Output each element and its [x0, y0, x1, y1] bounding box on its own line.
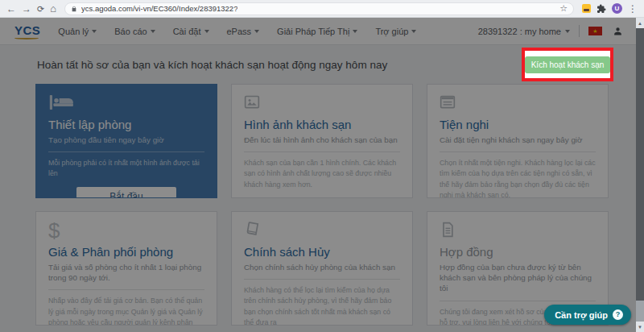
home-icon[interactable] [50, 3, 56, 14]
activate-hotel-button[interactable]: Kích hoạt khách sạn [525, 56, 611, 73]
scrollbar [636, 18, 644, 332]
forward-icon[interactable] [22, 4, 31, 14]
site-viewport: YCS Quản lý Báo cáo Cài đặt ePass Giải P… [0, 18, 644, 332]
extensions-puzzle-icon[interactable] [597, 4, 606, 14]
scroll-down-arrow-icon[interactable] [636, 322, 644, 332]
back-icon[interactable] [6, 4, 16, 14]
browser-menu-icon[interactable] [628, 4, 638, 14]
need-help-button[interactable]: Cần trợ giúp [544, 305, 631, 325]
bookmark-star-icon[interactable] [559, 4, 568, 13]
url-text: ycs.agoda.com/vi-vn/EC360/Index/28391322… [81, 4, 237, 13]
extension-icon[interactable] [582, 4, 591, 13]
browser-profile-avatar[interactable]: U [612, 3, 622, 14]
scrollbar-thumb[interactable] [636, 28, 644, 301]
question-mark-icon [613, 309, 623, 320]
browser-toolbar: ycs.agoda.com/vi-vn/EC360/Index/28391322… [0, 0, 644, 18]
lock-icon [71, 6, 77, 12]
scroll-up-arrow-icon[interactable] [636, 18, 644, 28]
activate-highlight-box: Kích hoạt khách sạn [522, 48, 613, 81]
reload-icon[interactable] [37, 4, 44, 14]
screen: ycs.agoda.com/vi-vn/EC360/Index/28391322… [0, 0, 644, 332]
address-bar[interactable]: ycs.agoda.com/vi-vn/EC360/Index/28391322… [64, 2, 574, 15]
need-help-label: Cần trợ giúp [555, 310, 608, 320]
